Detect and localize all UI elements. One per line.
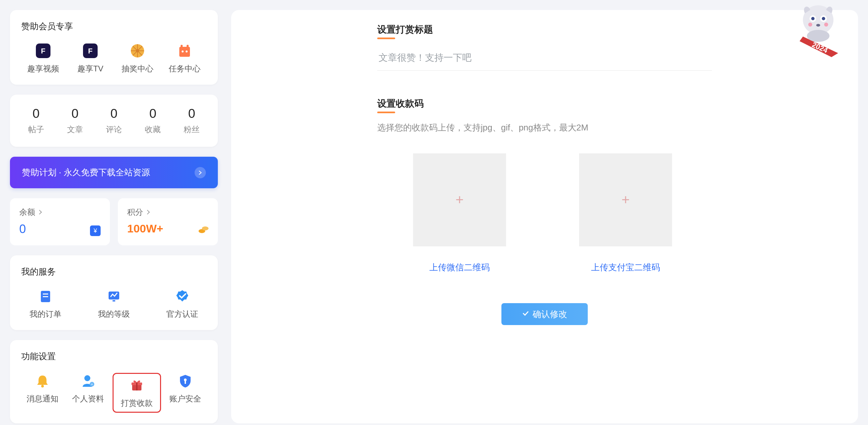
upload-alipay-col: + 上传支付宝二维码 bbox=[579, 153, 672, 273]
balance-value: 0 bbox=[19, 222, 26, 236]
sponsor-item-label: 趣享TV bbox=[78, 63, 103, 74]
shield-icon bbox=[177, 373, 193, 389]
video-app-icon: F bbox=[35, 43, 51, 59]
svg-point-40 bbox=[816, 24, 820, 27]
sidebar: 赞助会员专享 F 趣享视频 F 趣享TV bbox=[10, 10, 218, 423]
svg-text:F: F bbox=[41, 47, 45, 55]
svg-rect-30 bbox=[136, 383, 137, 391]
setting-security[interactable]: 账户安全 bbox=[164, 373, 207, 413]
qrcode-section-header: 设置收款码 bbox=[377, 97, 424, 113]
my-services-card: 我的服务 我的订单 我的等级 bbox=[10, 255, 218, 330]
check-icon bbox=[522, 309, 529, 320]
balance-link[interactable]: 余额 bbox=[19, 207, 101, 217]
upload-wechat-label: 上传微信二维码 bbox=[429, 262, 490, 273]
sponsor-item-label: 任务中心 bbox=[169, 63, 200, 74]
main-panel: 设置打赏标题 设置收款码 选择您的收款码上传，支持jpg、gif、png格式，最… bbox=[231, 10, 858, 423]
yuan-icon: ¥ bbox=[90, 225, 101, 236]
stat-favorites[interactable]: 0 收藏 bbox=[133, 107, 172, 135]
qrcode-desc: 选择您的收款码上传，支持jpg、gif、png格式，最大2M bbox=[377, 122, 712, 133]
setting-notifications[interactable]: 消息通知 bbox=[21, 373, 64, 413]
svg-point-18 bbox=[202, 226, 209, 231]
sponsor-item-video[interactable]: F 趣享视频 bbox=[21, 43, 65, 74]
stat-posts[interactable]: 0 帖子 bbox=[17, 107, 56, 135]
balance-row: 余额 0 ¥ 积分 100W+ bbox=[10, 198, 218, 245]
svg-text:¥: ¥ bbox=[93, 227, 97, 234]
stat-followers[interactable]: 0 粉丝 bbox=[172, 107, 211, 135]
sponsor-plan-text: 赞助计划 · 永久免费下载全站资源 bbox=[22, 167, 150, 178]
svg-point-14 bbox=[186, 51, 188, 53]
svg-rect-21 bbox=[43, 296, 48, 297]
function-settings-card: 功能设置 消息通知 + 个人资料 bbox=[10, 340, 218, 423]
svg-rect-12 bbox=[187, 45, 189, 48]
service-verify[interactable]: 官方认证 bbox=[158, 288, 207, 320]
sponsor-exclusive-title: 赞助会员专享 bbox=[21, 21, 207, 32]
sponsor-item-tv[interactable]: F 趣享TV bbox=[68, 43, 112, 74]
points-card[interactable]: 积分 100W+ bbox=[118, 198, 218, 245]
sponsor-item-lottery[interactable]: 抽奖中心 bbox=[116, 43, 159, 74]
svg-rect-23 bbox=[113, 300, 115, 302]
arrow-right-icon bbox=[194, 167, 206, 178]
tv-app-icon: F bbox=[82, 43, 98, 59]
sponsor-item-label: 抽奖中心 bbox=[122, 63, 153, 74]
upload-wechat-box[interactable]: + bbox=[413, 153, 506, 246]
gift-icon bbox=[129, 377, 145, 393]
my-services-title: 我的服务 bbox=[21, 266, 207, 278]
stat-comments[interactable]: 0 评论 bbox=[94, 107, 133, 135]
sponsor-plan-banner[interactable]: 赞助计划 · 永久免费下载全站资源 bbox=[10, 157, 218, 188]
mascot-year-text: 2024 bbox=[811, 40, 830, 55]
user-icon: + bbox=[80, 373, 96, 389]
svg-rect-11 bbox=[181, 45, 183, 48]
svg-point-38 bbox=[808, 23, 812, 27]
svg-point-24 bbox=[41, 385, 44, 388]
mascot-badge[interactable]: 2024 bbox=[788, 0, 848, 60]
sponsor-item-tasks[interactable]: 任务中心 bbox=[163, 43, 207, 74]
sponsor-item-label: 趣享视频 bbox=[27, 63, 59, 74]
svg-point-25 bbox=[84, 375, 90, 381]
orders-icon bbox=[37, 288, 54, 304]
plus-icon: + bbox=[456, 192, 464, 208]
svg-point-41 bbox=[807, 30, 830, 42]
setting-reward[interactable]: 打赏收款 bbox=[113, 373, 161, 413]
service-orders[interactable]: 我的订单 bbox=[21, 288, 70, 320]
stats-card: 0 帖子 0 文章 0 评论 0 收藏 0 粉丝 bbox=[10, 95, 218, 147]
plus-icon: + bbox=[622, 192, 630, 208]
service-level[interactable]: 我的等级 bbox=[90, 288, 138, 320]
svg-text:F: F bbox=[88, 47, 92, 55]
reward-title-section-header: 设置打赏标题 bbox=[377, 23, 433, 39]
svg-point-39 bbox=[824, 23, 828, 27]
confirm-button[interactable]: 确认修改 bbox=[501, 303, 588, 325]
upload-alipay-box[interactable]: + bbox=[579, 153, 672, 246]
tasks-icon bbox=[177, 43, 193, 59]
bell-icon bbox=[34, 373, 51, 389]
sponsor-exclusive-card: 赞助会员专享 F 趣享视频 F 趣享TV bbox=[10, 10, 218, 85]
upload-wechat-col: + 上传微信二维码 bbox=[413, 153, 506, 273]
reward-title-input[interactable] bbox=[377, 48, 712, 71]
svg-rect-32 bbox=[185, 381, 186, 384]
chevron-right-icon bbox=[37, 210, 42, 214]
points-link[interactable]: 积分 bbox=[127, 207, 209, 217]
upload-alipay-label: 上传支付宝二维码 bbox=[591, 262, 660, 273]
svg-point-37 bbox=[822, 17, 825, 20]
svg-text:+: + bbox=[91, 383, 93, 386]
coins-icon bbox=[198, 224, 209, 235]
setting-profile[interactable]: + 个人资料 bbox=[67, 373, 110, 413]
stat-articles[interactable]: 0 文章 bbox=[56, 107, 94, 135]
points-value: 100W+ bbox=[127, 222, 163, 235]
chevron-right-icon bbox=[145, 210, 150, 214]
svg-point-35 bbox=[811, 17, 814, 20]
verify-icon bbox=[174, 288, 190, 304]
lottery-icon bbox=[129, 43, 146, 59]
function-settings-title: 功能设置 bbox=[21, 351, 207, 362]
svg-rect-10 bbox=[179, 47, 190, 57]
balance-card[interactable]: 余额 0 ¥ bbox=[10, 198, 110, 245]
svg-point-13 bbox=[182, 51, 184, 53]
level-icon bbox=[106, 288, 122, 304]
confirm-label: 确认修改 bbox=[533, 308, 567, 320]
svg-rect-20 bbox=[43, 294, 48, 295]
